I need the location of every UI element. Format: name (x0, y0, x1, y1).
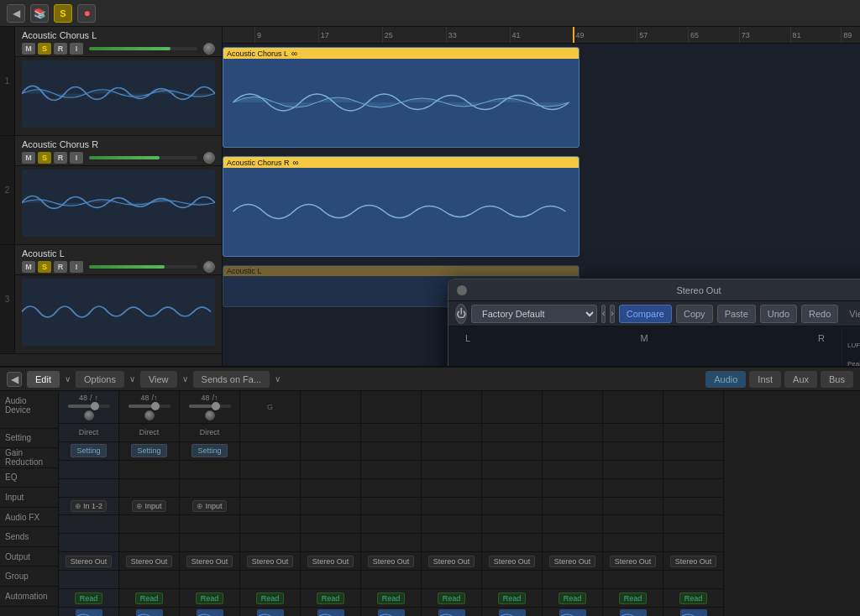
edit-tab[interactable]: Edit (27, 371, 60, 388)
record-button[interactable]: ⏺ (77, 4, 96, 23)
track-row-1: 1 Acoustic Chorus L M S R I (0, 27, 222, 136)
ch4-output[interactable]: Stereo Out (240, 552, 300, 571)
ch2-input-badge[interactable]: ⊕Input (132, 500, 165, 512)
prev-preset-btn[interactable]: ‹ (601, 305, 606, 323)
copy-btn[interactable]: Copy (676, 305, 713, 323)
ch5-read-badge[interactable]: Read (317, 593, 345, 604)
ch9-read-badge[interactable]: Read (558, 593, 587, 604)
ch4-output-badge[interactable]: Stereo Out (247, 556, 294, 567)
solo-btn-2[interactable]: S (38, 152, 51, 164)
ch1-output-badge[interactable]: Stereo Out (66, 556, 113, 567)
vol-knob-2[interactable] (203, 152, 215, 164)
ch8-output-badge[interactable]: Stereo Out (489, 556, 536, 567)
ch2-setting-btn[interactable]: Setting (131, 444, 166, 457)
audio-type-tab[interactable]: Audio (705, 371, 746, 388)
ch8-mini-waveform (499, 609, 526, 616)
undo-btn[interactable]: Undo (760, 305, 797, 323)
solo-btn-3[interactable]: S (38, 261, 51, 273)
mute-btn-1[interactable]: M (22, 43, 35, 55)
ch10-read-badge[interactable]: Read (619, 593, 648, 604)
ch1-input-badge[interactable]: ⊕ In 1-2 (71, 500, 107, 512)
ch2-knob[interactable] (144, 410, 155, 420)
ch11-output-badge[interactable]: Stereo Out (670, 556, 717, 567)
audio-clip-2[interactable]: Acoustic Chorus R ∞ (223, 156, 579, 257)
ch3-output[interactable]: Stereo Out (180, 552, 239, 571)
ruler-mark-33: 33 (446, 27, 457, 43)
next-preset-btn[interactable]: › (610, 305, 614, 323)
ch7-read-badge[interactable]: Read (438, 593, 466, 604)
compare-btn[interactable]: Compare (619, 305, 672, 323)
ch3-setting[interactable]: Setting (180, 442, 239, 461)
ch4-automation[interactable]: Read (240, 589, 300, 608)
ch2-vol-slider[interactable] (128, 405, 170, 408)
mute-btn-3[interactable]: M (22, 261, 35, 273)
clip-waveform-2 (223, 168, 579, 255)
rec-btn-3[interactable]: R (54, 261, 67, 273)
volume-slider-1[interactable] (89, 47, 197, 50)
ch3-read-badge[interactable]: Read (196, 593, 224, 604)
ch2-output-badge[interactable]: Stereo Out (126, 556, 173, 567)
rec-btn-1[interactable]: R (54, 43, 67, 55)
ch4-eq (240, 479, 300, 498)
ch9-output-badge[interactable]: Stereo Out (549, 556, 596, 567)
paste-btn[interactable]: Paste (717, 305, 756, 323)
ch7-output-badge[interactable]: Stereo Out (428, 556, 475, 567)
inst-type-tab[interactable]: Inst (749, 371, 781, 388)
library-button[interactable]: 📚 (30, 4, 49, 23)
ch11-read-badge[interactable]: Read (679, 593, 708, 604)
ch10-output-badge[interactable]: Stereo Out (610, 556, 657, 567)
playhead[interactable] (573, 27, 574, 43)
ch1-vol-slider[interactable] (68, 405, 110, 408)
mixer-back-btn[interactable]: ◀ (7, 372, 22, 387)
ch1-output[interactable]: Stereo Out (59, 552, 118, 571)
ch3-group (180, 571, 239, 589)
input-btn-3[interactable]: I (70, 261, 83, 273)
view-tab[interactable]: View (140, 371, 177, 388)
mute-btn-2[interactable]: M (22, 152, 35, 164)
ch8-read-badge[interactable]: Read (498, 593, 527, 604)
volume-slider-3[interactable] (89, 265, 197, 269)
ch4-read-badge[interactable]: Read (256, 593, 285, 604)
back-button[interactable]: ◀ (7, 4, 25, 23)
power-button[interactable]: ⏻ (455, 304, 467, 324)
ch1-automation[interactable]: Read (59, 589, 118, 608)
preset-select[interactable]: Factory Default (471, 305, 597, 323)
vol-knob-3[interactable] (203, 261, 215, 273)
ch6-output-badge[interactable]: Stereo Out (368, 556, 415, 567)
ch3-input-badge[interactable]: ⊕Input (192, 500, 226, 512)
ch3-output-badge[interactable]: Stereo Out (186, 556, 233, 567)
ch1-read-badge[interactable]: Read (75, 593, 103, 604)
plugin-title: Stereo Out (472, 285, 860, 295)
ch2-automation[interactable]: Read (119, 589, 179, 608)
input-btn-2[interactable]: I (70, 152, 83, 164)
options-tab[interactable]: Options (76, 371, 124, 388)
ch2-output[interactable]: Stereo Out (119, 552, 179, 571)
ch3-knob[interactable] (205, 410, 215, 420)
ch3-device: 48/↑ (180, 391, 239, 424)
ch6-read-badge[interactable]: Read (377, 593, 406, 604)
smart-button[interactable]: S (54, 4, 72, 23)
vol-knob-1[interactable] (203, 43, 215, 55)
input-btn-1[interactable]: I (70, 43, 83, 55)
ch3-audiofx (180, 515, 239, 534)
bus-type-tab[interactable]: Bus (821, 371, 853, 388)
redo-btn[interactable]: Redo (801, 305, 838, 323)
timeline-area: 9 17 25 33 41 49 57 65 73 81 89 A (223, 27, 860, 366)
ch2-read-badge[interactable]: Read (135, 593, 164, 604)
ch3-automation[interactable]: Read (180, 589, 239, 608)
ch1-setting-btn[interactable]: Setting (71, 444, 106, 457)
ch2-setting[interactable]: Setting (119, 442, 179, 461)
aux-type-tab[interactable]: Aux (784, 371, 817, 388)
ch1-setting[interactable]: Setting (59, 442, 118, 461)
volume-slider-2[interactable] (89, 156, 197, 159)
plugin-close-btn[interactable] (457, 285, 467, 295)
audio-clip-1[interactable]: Acoustic Chorus L ∞ (223, 47, 579, 148)
ch3-vol-slider[interactable] (189, 405, 231, 408)
ch5-output-badge[interactable]: Stereo Out (307, 556, 354, 567)
ch3-eq (180, 479, 239, 498)
ch3-setting-btn[interactable]: Setting (191, 444, 227, 457)
rec-btn-2[interactable]: R (54, 152, 67, 164)
solo-btn-1[interactable]: S (38, 43, 51, 55)
sends-tab[interactable]: Sends on Fa... (193, 371, 270, 388)
ch1-knob[interactable] (84, 410, 94, 420)
